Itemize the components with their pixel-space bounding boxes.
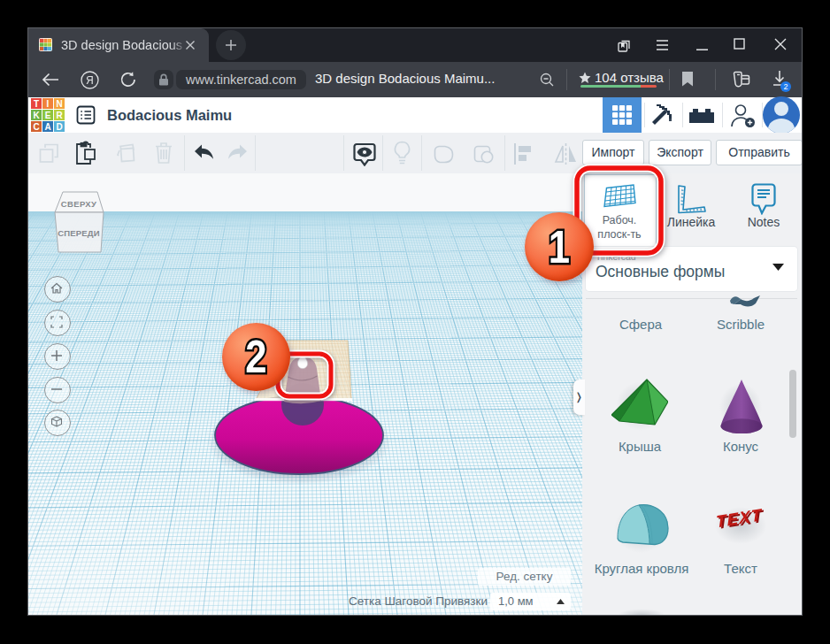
svg-text:N: N: [56, 99, 62, 109]
svg-text:I: I: [47, 99, 50, 109]
svg-text:D: D: [56, 122, 62, 132]
svg-text:A: A: [44, 122, 50, 132]
svg-text:R: R: [56, 111, 63, 120]
svg-text:TEXT: TEXT: [716, 506, 763, 531]
svg-text:2: 2: [245, 332, 266, 382]
svg-text:K: K: [33, 111, 40, 120]
svg-text:C: C: [33, 122, 39, 132]
svg-text:T: T: [34, 99, 39, 109]
svg-text:R: R: [86, 74, 94, 87]
svg-text:1: 1: [549, 221, 570, 272]
svg-text:E: E: [45, 111, 51, 120]
